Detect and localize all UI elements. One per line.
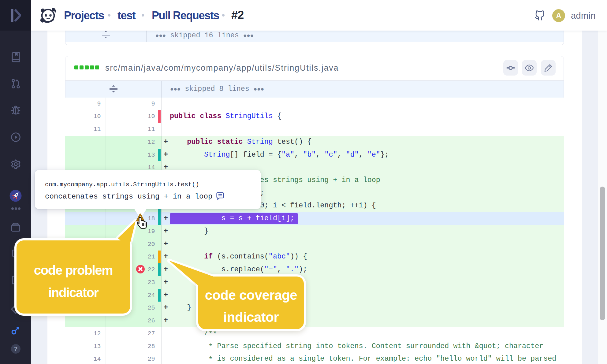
svg-text:?: ? [14, 346, 18, 352]
